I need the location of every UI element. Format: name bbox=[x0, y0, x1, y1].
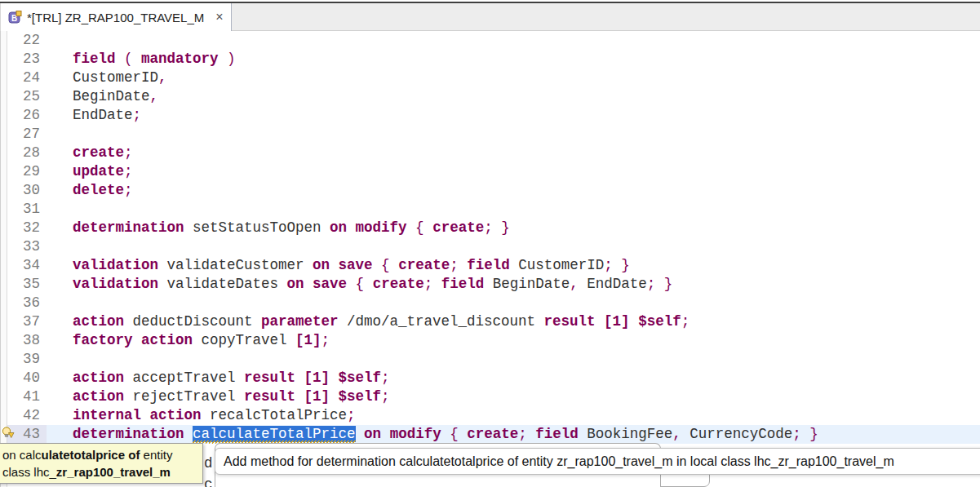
annotation-ruler[interactable] bbox=[0, 31, 7, 487]
code-line-42[interactable]: 42 internal action recalcTotalPrice; bbox=[7, 406, 980, 425]
code-editor[interactable]: 2223 field ( mandatory )24 CustomerID,25… bbox=[0, 31, 980, 487]
line-number: 39 bbox=[7, 350, 47, 369]
code-sliver: d bbox=[204, 455, 213, 472]
code-text: CustomerID, bbox=[55, 69, 167, 87]
line-number: 26 bbox=[7, 106, 47, 125]
code-line-35[interactable]: 35 validation validateDates on save { cr… bbox=[7, 275, 980, 294]
line-number: 32 bbox=[7, 219, 47, 237]
code-line-22[interactable]: 22 bbox=[7, 31, 980, 50]
code-line-36[interactable]: 36 bbox=[7, 294, 980, 312]
quickfix-proposal-text: Add method for determination calculateto… bbox=[224, 454, 894, 469]
quickfix-lightbulb-icon[interactable] bbox=[1, 426, 15, 440]
code-line-32[interactable]: 32 determination setStatusToOpen on modi… bbox=[7, 219, 980, 237]
line-number: 33 bbox=[7, 237, 47, 256]
code-line-38[interactable]: 38 factory action copyTravel [1]; bbox=[7, 331, 980, 350]
code-text: create; bbox=[55, 144, 133, 162]
line-number: 29 bbox=[7, 162, 47, 181]
code-text: determination calculateTotalPrice on mod… bbox=[55, 425, 818, 444]
line-number: 28 bbox=[7, 144, 47, 162]
line-number: 37 bbox=[7, 312, 47, 331]
code-line-26[interactable]: 26 EndDate; bbox=[7, 106, 980, 125]
quickfix-proposal-item[interactable]: Add method for determination calculateto… bbox=[215, 448, 980, 475]
element-info-tooltip: on calculatetotalprice of entity class l… bbox=[0, 443, 203, 484]
line-number: 42 bbox=[7, 406, 47, 425]
tab-title: *[TRL] ZR_RAP100_TRAVEL_M bbox=[27, 11, 204, 24]
code-text: factory action copyTravel [1]; bbox=[55, 331, 330, 350]
code-sliver: c bbox=[204, 476, 213, 487]
code-text: BeginDate, bbox=[55, 87, 158, 106]
code-line-34[interactable]: 34 validation validateCustomer on save {… bbox=[7, 256, 980, 275]
line-number: 36 bbox=[7, 294, 47, 312]
line-number: 41 bbox=[7, 387, 47, 406]
code-line-41[interactable]: 41 action rejectTravel result [1] $self; bbox=[7, 387, 980, 406]
line-number: 40 bbox=[7, 369, 47, 387]
code-line-30[interactable]: 30 delete; bbox=[7, 181, 980, 200]
code-line-33[interactable]: 33 bbox=[7, 237, 980, 256]
line-number: 27 bbox=[7, 125, 47, 144]
code-line-29[interactable]: 29 update; bbox=[7, 162, 980, 181]
line-number: 23 bbox=[7, 50, 47, 69]
line-number: 25 bbox=[7, 87, 47, 106]
code-lines-container: 2223 field ( mandatory )24 CustomerID,25… bbox=[7, 31, 980, 444]
code-line-23[interactable]: 23 field ( mandatory ) bbox=[7, 50, 980, 69]
code-text: validation validateDates on save { creat… bbox=[55, 275, 672, 294]
line-number: 24 bbox=[7, 69, 47, 87]
code-line-28[interactable]: 28 create; bbox=[7, 144, 980, 162]
code-text: action deductDiscount parameter /dmo/a_t… bbox=[55, 312, 690, 331]
code-text: action acceptTravel result [1] $self; bbox=[55, 369, 390, 387]
code-line-31[interactable]: 31 bbox=[7, 200, 980, 219]
editor-tab-bar: B *[TRL] ZR_RAP100_TRAVEL_M × bbox=[0, 2, 980, 31]
code-text: delete; bbox=[55, 181, 133, 200]
code-text: validation validateCustomer on save { cr… bbox=[55, 256, 630, 275]
behavior-definition-icon: B bbox=[8, 11, 22, 24]
line-number: 31 bbox=[7, 200, 47, 219]
line-number: 22 bbox=[7, 31, 47, 50]
code-line-37[interactable]: 37 action deductDiscount parameter /dmo/… bbox=[7, 312, 980, 331]
code-line-40[interactable]: 40 action acceptTravel result [1] $self; bbox=[7, 369, 980, 387]
code-text: internal action recalcTotalPrice; bbox=[55, 406, 356, 425]
code-text: field ( mandatory ) bbox=[55, 50, 236, 69]
close-icon[interactable]: × bbox=[215, 11, 223, 24]
code-text: action rejectTravel result [1] $self; bbox=[55, 387, 390, 406]
code-line-24[interactable]: 24 CustomerID, bbox=[7, 69, 980, 87]
tab-zr-rap100-travel-m[interactable]: B *[TRL] ZR_RAP100_TRAVEL_M × bbox=[0, 3, 232, 31]
tooltip-line-1: on calculatetotalprice of entity bbox=[2, 446, 199, 463]
line-number: 34 bbox=[7, 256, 47, 275]
code-text: update; bbox=[55, 162, 133, 181]
tooltip-line-2: class lhc_zr_rap100_travel_m bbox=[2, 463, 199, 480]
tab-bar-empty-area bbox=[232, 3, 980, 31]
code-text: determination setStatusToOpen on modify … bbox=[55, 219, 510, 237]
code-line-43[interactable]: 43 determination calculateTotalPrice on … bbox=[7, 425, 980, 444]
line-number: 30 bbox=[7, 181, 47, 200]
code-line-25[interactable]: 25 BeginDate, bbox=[7, 87, 980, 106]
code-line-27[interactable]: 27 bbox=[7, 125, 980, 144]
line-number: 35 bbox=[7, 275, 47, 294]
code-text: EndDate; bbox=[55, 106, 141, 125]
code-line-39[interactable]: 39 bbox=[7, 350, 980, 369]
line-number: 38 bbox=[7, 331, 47, 350]
selected-text: calculateTotalPrice bbox=[193, 426, 356, 442]
